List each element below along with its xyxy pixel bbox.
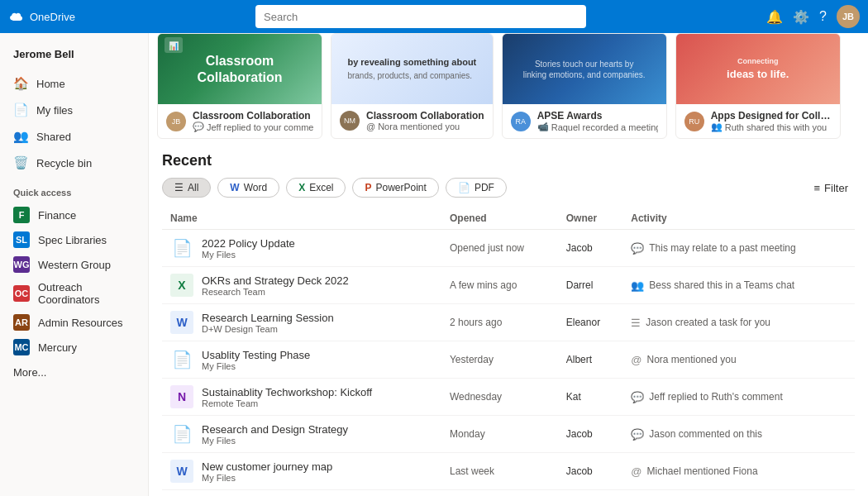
activity-text: Nora mentioned you (646, 354, 736, 365)
sidebar-item-finance[interactable]: F Finance (0, 203, 148, 227)
col-name: Name (162, 207, 441, 230)
col-activity: Activity (622, 207, 855, 230)
qa-label-mercury: Mercury (38, 341, 77, 354)
file-owner: Darrel (558, 267, 623, 304)
recent-section: Recent ☰ All W Word X Excel P PowerPoint (149, 149, 868, 496)
file-location: My Files (202, 436, 348, 446)
featured-card-1[interactable]: by revealing something aboutbrands, prod… (331, 33, 494, 139)
filter-btn-powerpoint[interactable]: P PowerPoint (352, 178, 438, 198)
card-1-title: Classroom Collaboration (366, 110, 484, 122)
sidebar-item-myfiles[interactable]: 📄 My files (0, 97, 148, 123)
file-owner: Albert (558, 341, 623, 379)
filter-word-label: Word (244, 182, 267, 193)
western-group-icon: WG (13, 256, 30, 273)
featured-card-0[interactable]: 📊 ClassroomCollaboration JB Classroom Co… (157, 33, 322, 139)
table-row[interactable]: N Sustainablity Techworkshop: Kickoff Re… (162, 379, 855, 416)
featured-card-2[interactable]: Stories touch our hearts bylinking emoti… (502, 33, 667, 139)
sidebar-item-shared[interactable]: 👥 Shared (0, 123, 148, 150)
activity-text: Jason commented on this (649, 428, 762, 440)
topbar: OneDrive 🔔 ⚙️ ? JB (0, 0, 868, 33)
file-opened: Wednesday (441, 379, 558, 416)
sidebar-item-home[interactable]: 🏠 Home (0, 70, 148, 97)
sidebar-item-mercury[interactable]: MC Mercury (0, 335, 148, 360)
table-row[interactable]: W New customer journey map My Files Last… (162, 453, 855, 490)
card-0-subtitle: 💬 Jeff replied to your comment (193, 122, 313, 132)
bell-icon[interactable]: 🔔 (766, 9, 783, 25)
file-type-icon: 📄 (172, 238, 193, 258)
file-owner: Jacob (558, 230, 623, 267)
activity-text: Jeff replied to Ruth's comment (649, 391, 782, 403)
activity-icon: ☰ (631, 317, 641, 329)
file-owner: Jacob (558, 453, 623, 490)
outreach-coordinators-icon: OC (13, 285, 30, 302)
sidebar-item-spec-libraries[interactable]: SL Spec Libraries (0, 227, 148, 252)
word-icon: W (230, 182, 239, 193)
sidebar-item-western-group[interactable]: WG Western Group (0, 252, 148, 277)
file-icon-wrap: X (170, 274, 193, 297)
qa-label-western-group: Western Group (38, 259, 111, 271)
file-name: Usablity Testing Phase (202, 349, 310, 361)
file-opened: Two weeks ago (441, 490, 558, 497)
activity-icon: 💬 (631, 391, 644, 403)
file-name-cell: X OKRs and Strategy Deck 2022 Research T… (170, 274, 433, 297)
search-input[interactable] (255, 5, 586, 28)
file-location: D+W Design Team (202, 324, 334, 334)
activity-text: Bess shared this in a Teams chat (649, 279, 794, 291)
card-0-title: Classroom Collaboration (193, 110, 313, 122)
filter-btn-pdf[interactable]: 📄 PDF (446, 178, 507, 198)
col-opened: Opened (441, 207, 558, 230)
activity-icon: @ (631, 465, 641, 478)
table-row[interactable]: W Research Learning Session D+W Design T… (162, 304, 855, 341)
filter-btn-excel[interactable]: X Excel (286, 178, 346, 198)
file-type-icon: 📄 (172, 350, 193, 370)
file-name: 2022 Policy Update (202, 237, 295, 250)
card-0-info: Classroom Collaboration 💬 Jeff replied t… (193, 110, 313, 132)
table-row[interactable]: X OKRs and Strategy Deck 2022 Research T… (162, 267, 855, 304)
qa-label-admin-resources: Admin Resources (38, 317, 123, 329)
filter-btn-all[interactable]: ☰ All (162, 178, 211, 198)
file-table: Name Opened Owner Activity 📄 2022 Policy… (162, 207, 855, 496)
sidebar-item-recycle[interactable]: 🗑️ Recycle bin (0, 150, 148, 176)
sidebar-label-myfiles: My files (36, 104, 73, 117)
filter-bar: ☰ All W Word X Excel P PowerPoint 📄 P (162, 178, 855, 198)
table-row[interactable]: 📄 2022 Policy Update My Files Two weeks … (162, 490, 855, 497)
card-1-subtitle: @ Nora mentioned you (366, 122, 484, 131)
table-row[interactable]: 📄 Research and Design Strategy My Files … (162, 416, 855, 453)
featured-card-3[interactable]: Connecting ideas to life. RU Apps Design… (675, 33, 841, 139)
settings-icon[interactable]: ⚙️ (793, 9, 809, 25)
file-icon-wrap: 📄 (170, 236, 193, 260)
activity-icon: 💬 (631, 428, 644, 441)
sidebar: Jerome Bell 🏠 Home 📄 My files 👥 Shared 🗑… (0, 33, 149, 496)
sidebar-item-admin-resources[interactable]: AR Admin Resources (0, 310, 148, 335)
file-icon-wrap: 📄 (170, 348, 193, 371)
myfiles-icon: 📄 (13, 103, 28, 117)
filter-btn-word[interactable]: W Word (217, 178, 279, 198)
file-name-group: Research Learning Session D+W Design Tea… (202, 312, 334, 334)
activity-cell: 💬 Jason commented on this (631, 428, 847, 441)
home-icon: 🏠 (13, 76, 28, 91)
card-1-bottom: NM Classroom Collaboration @ Nora mentio… (331, 104, 493, 137)
activity-icon: @ (631, 354, 641, 366)
file-name-group: Research and Design Strategy My Files (202, 423, 348, 446)
mercury-icon: MC (13, 339, 30, 355)
card-0-bottom: JB Classroom Collaboration 💬 Jeff replie… (158, 104, 322, 138)
card-thumb-3: Connecting ideas to life. (676, 34, 840, 104)
table-row[interactable]: 📄 Usablity Testing Phase My Files Yester… (162, 341, 855, 379)
qa-label-spec-libraries: Spec Libraries (38, 234, 107, 246)
file-name-cell: W Research Learning Session D+W Design T… (170, 311, 433, 334)
sidebar-item-outreach-coordinators[interactable]: OC Outreach Coordinators (0, 277, 148, 310)
user-avatar[interactable]: JB (837, 5, 860, 28)
recent-title: Recent (162, 152, 855, 169)
file-type-icon: 📄 (172, 424, 193, 444)
filter-right[interactable]: ≡ Filter (808, 179, 855, 198)
pdf-icon: 📄 (458, 182, 470, 193)
sidebar-more[interactable]: More... (0, 360, 148, 385)
table-row[interactable]: 📄 2022 Policy Update My Files Opened jus… (162, 230, 855, 267)
activity-text: Jason created a task for you (646, 317, 770, 328)
file-name: Sustainablity Techworkshop: Kickoff (202, 386, 372, 398)
file-location: My Files (202, 361, 310, 371)
card-thumb-1: by revealing something aboutbrands, prod… (331, 34, 493, 104)
question-icon[interactable]: ? (819, 9, 827, 24)
recycle-icon: 🗑️ (13, 155, 28, 170)
file-location: My Files (202, 250, 295, 260)
